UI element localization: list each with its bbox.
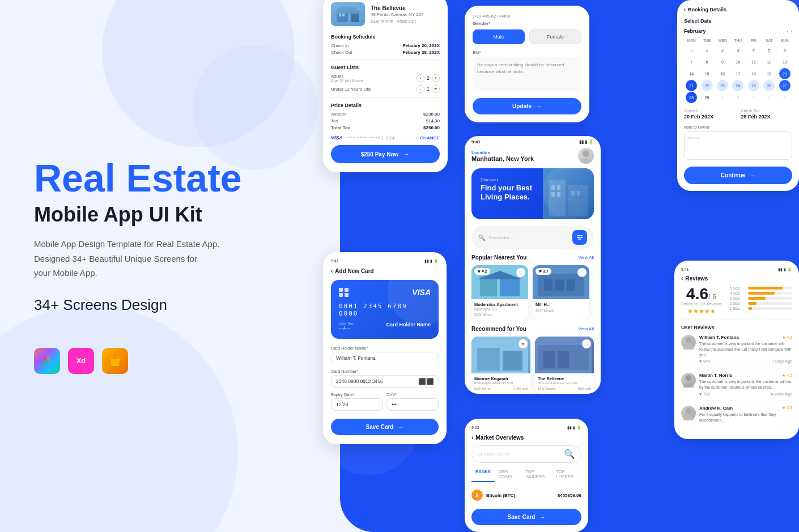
view-all-recommend[interactable]: View All xyxy=(578,326,594,331)
cal-day[interactable]: 29 xyxy=(702,92,713,103)
coin-search[interactable]: SEARCH COIN 🔍 xyxy=(471,445,581,463)
tab-defi[interactable]: DEFI COINS xyxy=(495,467,522,482)
svg-point-18 xyxy=(580,158,592,164)
cal-day[interactable]: 1 xyxy=(702,44,713,56)
cal-day[interactable]: 3 xyxy=(748,92,759,103)
cal-day[interactable]: 24 xyxy=(732,80,743,91)
svg-rect-11 xyxy=(331,2,365,26)
back-nav-7[interactable]: ‹ Reviews xyxy=(681,275,792,282)
children-minus[interactable]: - xyxy=(416,85,424,93)
cal-day[interactable]: 13 xyxy=(779,56,790,67)
cal-day[interactable]: 5 xyxy=(779,92,790,103)
count-number: 34+ Screens Design xyxy=(34,296,167,313)
note-box[interactable]: Notes xyxy=(684,131,792,160)
filter-button[interactable] xyxy=(572,230,587,245)
cvv-input[interactable] xyxy=(386,398,439,411)
cal-day-selected-end[interactable]: 27 xyxy=(779,80,790,91)
cal-day[interactable]: 15 xyxy=(702,68,713,79)
reviewer1-avatar xyxy=(681,335,696,350)
cal-day[interactable]: 1 xyxy=(717,92,728,103)
cal-day[interactable]: 28 xyxy=(686,92,697,103)
cal-day[interactable]: 6 xyxy=(779,44,790,56)
holder-name-input[interactable] xyxy=(331,352,439,364)
visa-change-button[interactable]: CHANGE xyxy=(420,135,440,141)
tab-top-gainers[interactable]: TOP GAINERS xyxy=(521,467,552,482)
cal-day[interactable]: 10 xyxy=(732,56,743,67)
save-card-button-6[interactable]: Save Card → xyxy=(471,509,581,525)
save-card-button[interactable]: Save Card → xyxy=(331,419,439,435)
calendar-header: February ‹ › xyxy=(684,28,792,34)
card1-location: New York, US xyxy=(474,307,525,311)
rec1-heart[interactable]: ♥ xyxy=(518,339,528,348)
cal-day[interactable]: 16 xyxy=(717,68,728,79)
back-nav-2[interactable]: ‹ Add New Card xyxy=(331,268,439,274)
cal-day[interactable]: 2 xyxy=(732,92,743,103)
cal-day[interactable]: 2 xyxy=(717,44,728,56)
card2-heart[interactable]: ♡ xyxy=(577,268,586,277)
cal-day[interactable]: 19 xyxy=(763,68,775,79)
cal-day[interactable]: 23 xyxy=(717,80,728,91)
rec2-image: ♡ xyxy=(535,337,594,373)
review2-content: Martin T. Norris ★ 4.5 The customer is v… xyxy=(699,373,792,396)
expiry-input[interactable] xyxy=(331,398,383,411)
tab-top-losers[interactable]: TOP LOSERS xyxy=(552,467,581,482)
card2-name: Mill H... xyxy=(536,302,586,307)
amount-value: $236.00 xyxy=(423,112,440,117)
phone-profile-edit: (+1) 445-627-0456 Gender* Male Female Bi… xyxy=(465,6,589,122)
svg-point-17 xyxy=(583,150,589,157)
status-time-4: 9:41 xyxy=(471,139,481,144)
children-label: Under 12 Years Old xyxy=(331,87,371,92)
cal-day[interactable]: 11 xyxy=(748,56,759,67)
view-all-popular[interactable]: View All xyxy=(578,255,594,260)
cal-day[interactable]: 12 xyxy=(763,56,775,67)
cal-prev[interactable]: ‹ xyxy=(787,29,789,34)
rec-card-2[interactable]: ♡ The Bellevue 48 Forest Avenue, NY 204 … xyxy=(535,337,594,394)
app-description: Mobile App Design Template for Real Esta… xyxy=(34,237,249,280)
phone-home: 9:41 ▮▮ ▮ 🔋 Location Manhattan, New York… xyxy=(465,136,601,394)
user-avatar xyxy=(578,148,594,164)
5star-fill xyxy=(748,287,783,290)
popular-card-1[interactable]: ★ 4.2 ♡ Modernica Apartment New York, US… xyxy=(471,265,528,320)
cal-day[interactable]: 14 xyxy=(686,68,697,79)
adults-minus[interactable]: - xyxy=(416,74,424,82)
svg-rect-14 xyxy=(342,14,345,16)
cal-day[interactable]: 25 xyxy=(748,80,759,91)
cal-day[interactable]: 4 xyxy=(763,92,775,103)
review2-date: A Week Ago xyxy=(771,392,792,396)
recommend-section-header: Recommend for You View All xyxy=(465,326,601,332)
popular-card-2[interactable]: ★ 3.7 ♡ Mill H... $22/ Month xyxy=(533,265,589,320)
cal-day[interactable]: 22 xyxy=(702,80,713,91)
search-bar[interactable]: 🔍 Search for... xyxy=(471,226,594,249)
cal-day[interactable]: 31 xyxy=(686,44,697,56)
rec2-heart[interactable]: ♡ xyxy=(582,339,591,348)
male-button[interactable]: Male xyxy=(473,29,525,44)
cal-day[interactable]: 21 xyxy=(686,80,697,91)
children-counter: - 1 + xyxy=(416,85,440,93)
review3-content: Andrew K. Cain ★ 3.9 For it equally happ… xyxy=(699,406,792,423)
cal-day[interactable]: 8 xyxy=(702,56,713,67)
search-icon: 🔍 xyxy=(478,235,485,241)
continue-button[interactable]: Continue → xyxy=(684,167,792,184)
cal-day-selected-start[interactable]: 20 xyxy=(779,68,790,79)
cal-day[interactable]: 5 xyxy=(763,44,775,56)
pay-now-button[interactable]: $250 Pay Now → xyxy=(331,145,440,163)
checkout-label-5: Check Out xyxy=(741,109,793,113)
rec-card-1[interactable]: ♥ Monroe Kogarah 8 Stonepot Road, NY 070… xyxy=(471,337,530,394)
female-button[interactable]: Female xyxy=(529,29,581,44)
visa-dots: **** **** ****01 234 xyxy=(346,135,395,141)
cal-day[interactable]: 9 xyxy=(717,56,728,67)
children-plus[interactable]: + xyxy=(432,85,440,93)
cal-day[interactable]: 18 xyxy=(748,68,759,79)
cal-day[interactable]: 17 xyxy=(732,68,743,79)
cal-day[interactable]: 4 xyxy=(748,44,759,56)
cal-day[interactable]: 3 xyxy=(732,44,743,56)
cal-next[interactable]: › xyxy=(790,29,792,34)
cal-day[interactable]: 26 xyxy=(763,80,775,91)
adults-plus[interactable]: + xyxy=(432,74,440,82)
update-button[interactable]: Update → xyxy=(473,98,581,114)
cal-day[interactable]: 7 xyxy=(686,56,697,67)
card1-heart[interactable]: ♡ xyxy=(516,268,525,277)
back-nav-5[interactable]: ‹ Booking Details xyxy=(684,7,792,12)
tab-ranks[interactable]: RANKS xyxy=(471,467,495,482)
back-nav-6[interactable]: ‹ Market Overviews xyxy=(471,435,581,441)
